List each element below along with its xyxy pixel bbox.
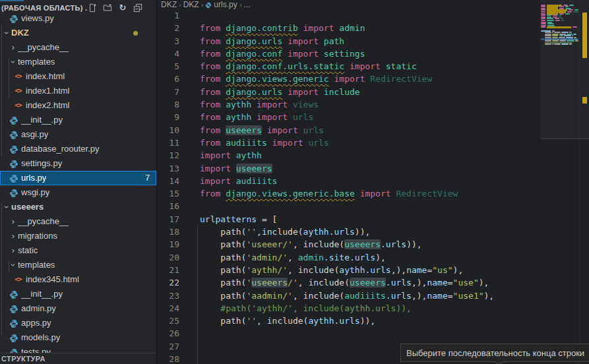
token: =	[448, 291, 453, 301]
tree-item-apps-py[interactable]: apps.py	[0, 316, 156, 330]
breadcrumb-item[interactable]: DKZ	[183, 0, 199, 9]
code-line-13[interactable]: 13import useeers	[157, 162, 589, 175]
tree-item-index-html[interactable]: <>index.html	[0, 69, 156, 84]
chevron-right-icon[interactable]: ›	[9, 229, 18, 243]
eol-tooltip: Выберите последовательность конца строки	[400, 344, 589, 362]
tree-item-label: DKZ	[11, 26, 29, 40]
code-line-23[interactable]: 23 path('aadmin/', include(audiiits.urls…	[157, 289, 589, 302]
tree-item--pycache-[interactable]: ›__pycache__	[0, 40, 156, 55]
breadcrumb-item[interactable]: ...	[243, 0, 250, 9]
tree-item-views-py[interactable]: views.py	[0, 11, 156, 26]
token: from	[200, 74, 226, 84]
token	[231, 164, 236, 173]
tree-item-index1-html[interactable]: <>index1.html	[0, 84, 156, 98]
tree-item-settings-py[interactable]: settings.py	[0, 156, 156, 171]
code-line-17[interactable]: 17urlpatterns = [	[157, 213, 589, 226]
line-number: 14	[157, 175, 179, 187]
tree-item-migrations[interactable]: ›migrations	[0, 229, 156, 243]
overview-ruler[interactable]	[579, 0, 589, 364]
token: ''	[246, 227, 257, 237]
code-line-14[interactable]: 14import audiiits	[157, 175, 589, 187]
chevron-right-icon[interactable]: ›	[9, 243, 18, 258]
code-line-21[interactable]: 21 path('aythh/', include(aythh.urls,),n…	[157, 264, 589, 276]
chevron-right-icon[interactable]: ›	[9, 214, 18, 229]
code-line-22[interactable]: 22 path('useeers/', include(useeers.urls…	[157, 276, 589, 289]
tree-item-wsgi-py[interactable]: wsgi.py	[0, 185, 156, 200]
python-file-icon	[9, 185, 18, 200]
tree-item-label: templates	[18, 258, 55, 272]
outline-section-header[interactable]: СТРУКТУРА	[0, 353, 156, 364]
token: 'useeer/'	[246, 239, 292, 249]
token: .urls	[386, 291, 412, 301]
breadcrumb-item[interactable]: DKZ	[161, 0, 177, 9]
code-line-1[interactable]: 1	[157, 9, 589, 22]
token: useeers	[226, 125, 262, 135]
python-file-icon	[9, 156, 18, 171]
token: , include(	[257, 316, 308, 326]
token: "use"	[453, 278, 479, 288]
python-file-icon	[9, 11, 18, 26]
breadcrumb[interactable]: DKZ›DKZ›urls.py›...	[157, 0, 589, 9]
code-line-4[interactable]: 4from django.conf import settings	[157, 47, 589, 60]
code-line-26[interactable]: 26	[157, 327, 589, 340]
code-line-19[interactable]: 19 path('useeer/', include(useeers.urls)…	[157, 238, 589, 251]
code-line-11[interactable]: 11from audiiits import urls	[157, 136, 589, 149]
code-line-12[interactable]: 12import aythh	[157, 149, 589, 162]
token: views	[293, 100, 319, 109]
token: , include(	[288, 265, 339, 275]
code-line-2[interactable]: 2from django.contrib import admin	[157, 22, 589, 34]
tree-item--pycache-[interactable]: ›__pycache__	[0, 214, 156, 229]
line-text: path('useeers/', include(useeers.urls,),…	[179, 276, 489, 289]
tree-item-static[interactable]: ›static	[0, 243, 156, 258]
code-line-9[interactable]: 9from aythh import urls	[157, 111, 589, 123]
code-line-8[interactable]: 8from aythh import views	[157, 98, 589, 111]
token: .site.urls	[324, 253, 375, 262]
code-line-6[interactable]: 6from django.views.generic import Redire…	[157, 73, 589, 85]
code-line-24[interactable]: 24 #path('aythh/', include(aythh.urls)),	[157, 302, 589, 315]
tree-item-database-roouter-py[interactable]: database_roouter.py	[0, 142, 156, 156]
line-text: from aythh import urls	[179, 111, 313, 123]
token	[298, 23, 303, 33]
line-text: path('useeer/', include(useeers.urls)),	[179, 238, 422, 251]
tree-item-templates[interactable]: ›templates	[0, 258, 156, 272]
token: import	[257, 112, 288, 122]
line-text: import audiiits	[179, 175, 277, 187]
code-line-3[interactable]: 3from django.urls import path	[157, 35, 589, 47]
chevron-right-icon[interactable]: ›	[9, 40, 18, 55]
tree-item-admin-py[interactable]: admin.py	[0, 301, 156, 316]
line-number: 1	[157, 9, 179, 22]
tree-item-useeers[interactable]: ›useeers	[0, 200, 156, 214]
code-line-5[interactable]: 5from django.conf.urls.static import sta…	[157, 60, 589, 73]
tree-item-models-py[interactable]: models.py	[0, 330, 156, 345]
code-line-25[interactable]: 25 path('', include(aythh.urls)),	[157, 315, 589, 327]
code-area[interactable]: 12from django.contrib import admin3from …	[157, 9, 589, 364]
tree-item-urls-py[interactable]: urls.py7	[0, 171, 156, 185]
chevron-down-icon[interactable]: ›	[0, 28, 14, 38]
code-line-7[interactable]: 7from django.urls import include	[157, 86, 589, 98]
code-line-10[interactable]: 10from useeers import urls	[157, 124, 589, 136]
line-number: 18	[157, 226, 179, 238]
line-number: 19	[157, 238, 179, 251]
tree-item-index345-html[interactable]: <>index345.html	[0, 272, 156, 287]
tree-item-templates[interactable]: ›templates	[0, 55, 156, 69]
editor-pane: DKZ›DKZ›urls.py›... 12from django.contri…	[156, 0, 589, 364]
tree-item-index2-html[interactable]: <>index2.html	[0, 98, 156, 113]
token: import	[288, 36, 319, 46]
tree-item-asgi-py[interactable]: asgi.py	[0, 127, 156, 142]
token: )),	[355, 227, 370, 237]
line-text: import useeers	[179, 162, 272, 175]
breadcrumb-item[interactable]: urls.py	[214, 0, 237, 9]
code-line-16[interactable]: 16	[157, 200, 589, 212]
token: useeers	[350, 278, 386, 288]
code-line-20[interactable]: 20 path('admin/', admin.site.urls),	[157, 251, 589, 264]
code-line-18[interactable]: 18 path('',include(aythh.urls)),	[157, 226, 589, 238]
tree-item--init-py[interactable]: __init__.py	[0, 113, 156, 127]
tooltip-text: Выберите последовательность конца строки	[406, 348, 584, 358]
minimap[interactable]	[541, 0, 589, 364]
tree-item-dkz[interactable]: ›DKZ	[0, 26, 156, 40]
tree-item-label: static	[18, 243, 38, 258]
tree-item--init-py[interactable]: __init__.py	[0, 287, 156, 301]
chevron-down-icon[interactable]: ›	[0, 202, 14, 212]
code-line-15[interactable]: 15from django.views.generic.base import …	[157, 187, 589, 200]
token: , include(	[293, 291, 344, 301]
